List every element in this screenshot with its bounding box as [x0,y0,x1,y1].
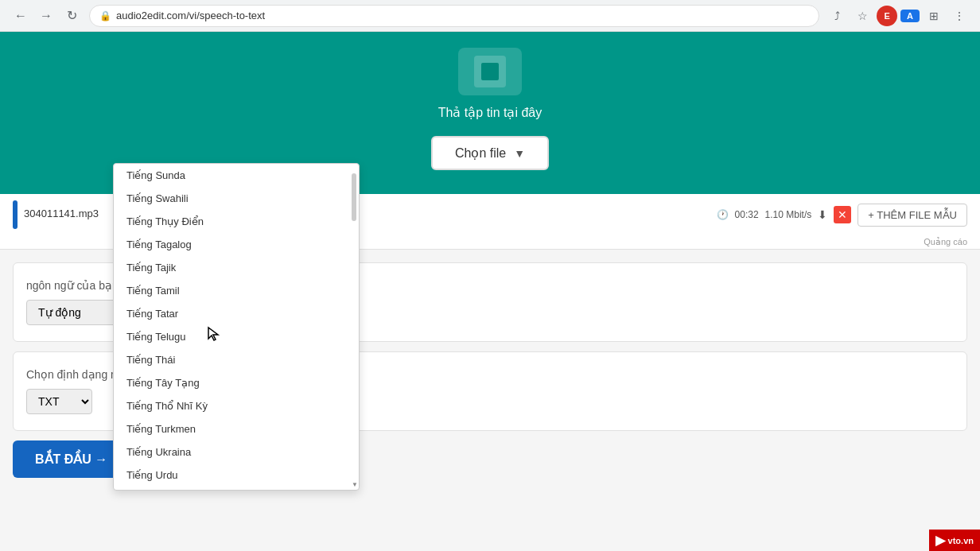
share-icon[interactable]: ⤴ [826,5,848,27]
dropdown-item[interactable]: Tiếng Telugu [114,325,359,348]
upload-icon-inner [474,56,506,87]
drop-text: Thả tập tin tại đây [438,105,542,120]
format-select[interactable]: TXT SRT VTT DOCX [26,389,92,414]
scrollbar-thumb[interactable] [352,173,356,221]
dropdown-item[interactable]: Tiếng Tamil [114,279,359,302]
file-speed: 1.10 Mbit/s [765,209,812,220]
upload-icon-area [458,48,522,95]
dropdown-item[interactable]: Tiếng Tây Tạng [114,371,359,394]
page-wrapper: Thả tập tin tại đây Chọn file ▼ 30401114… [0,32,980,491]
choose-file-label: Chọn file [455,146,506,161]
green-square [481,63,499,80]
choose-file-button[interactable]: Chọn file ▼ [431,136,549,170]
reload-button[interactable]: ↻ [60,5,83,27]
profile-avatar[interactable]: E [877,6,897,26]
file-duration: 00:32 [735,209,759,220]
dropdown-item[interactable]: Tiếng Swahili [114,187,359,210]
scrollbar[interactable]: ▼ [351,164,357,490]
language-dropdown: Tiếng SundaTiếng SwahiliTiếng Thụy ĐiểnT… [113,163,360,491]
extensions-icon[interactable]: ⊞ [923,5,945,27]
dropdown-item[interactable]: Tiếng Thái [114,348,359,371]
dropdown-item[interactable]: Tiếng Sunda [114,164,359,187]
address-bar[interactable]: 🔒 audio2edit.com/vi/speech-to-text [89,5,819,27]
menu-icon[interactable]: ⋮ [948,5,970,27]
dropdown-item[interactable]: Tiếng Uzbek [114,487,359,490]
dropdown-item[interactable]: Tiếng Tagalog [114,233,359,256]
dropdown-item[interactable]: Tiếng Tatar [114,302,359,325]
add-file-button[interactable]: + THÊM FILE MẪU [858,204,967,227]
dropdown-item[interactable]: Tiếng Thổ Nhĩ Kỳ [114,394,359,417]
forward-button[interactable]: → [35,5,57,27]
back-button[interactable]: ← [10,5,32,27]
language-section-label: ngôn ngữ của bạn [26,279,119,292]
nav-buttons: ← → ↻ [10,5,83,27]
vto-icon: ▶ [935,533,945,548]
page-content: Thả tập tin tại đây Chọn file ▼ 30401114… [0,32,980,551]
vto-logo: ▶ vto.vn [929,530,980,551]
dropdown-item[interactable]: Tiếng Thụy Điển [114,210,359,233]
scroll-down-arrow[interactable]: ▼ [352,482,356,488]
dropdown-item[interactable]: Tiếng Ukraina [114,440,359,464]
lock-icon: 🔒 [99,10,111,21]
dropdown-item[interactable]: Tiếng Turkmen [114,417,359,440]
toolbar-right: ⤴ ☆ E A ⊞ ⋮ [826,5,970,27]
dropdown-list: Tiếng SundaTiếng SwahiliTiếng Thụy ĐiểnT… [114,164,359,490]
file-delete-button[interactable]: ✕ [834,206,851,223]
browser-chrome: ← → ↻ 🔒 audio2edit.com/vi/speech-to-text… [0,0,980,32]
translate-button[interactable]: A [900,10,920,22]
url-text: audio2edit.com/vi/speech-to-text [116,10,265,21]
clock-icon: 🕐 [717,209,729,220]
bookmark-icon[interactable]: ☆ [851,5,873,27]
dropdown-arrow-icon: ▼ [514,147,525,160]
dropdown-item[interactable]: Tiếng Tajik [114,256,359,279]
vto-text: vto.vn [948,536,974,545]
file-indicator [13,200,18,229]
dropdown-item[interactable]: Tiếng Urdu [114,464,359,487]
download-icon[interactable]: ⬇ [818,208,827,221]
